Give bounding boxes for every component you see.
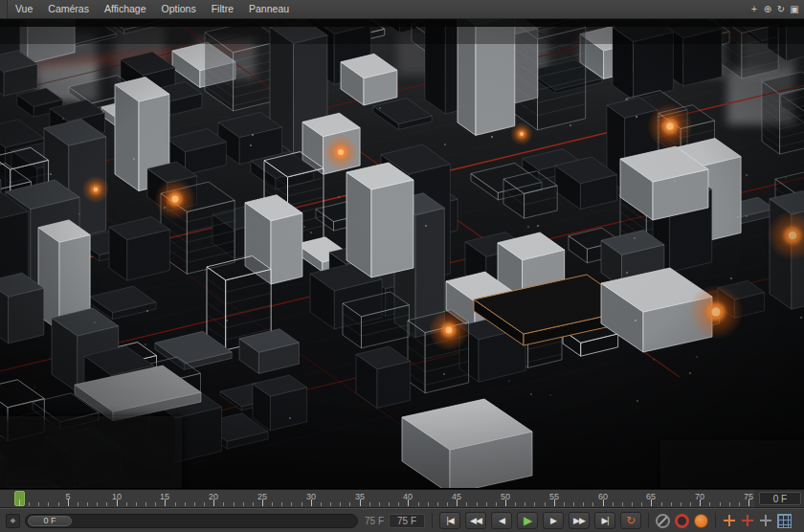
prev-key-button[interactable]: ◀◀ (465, 512, 486, 529)
tick-label: 10 (112, 492, 122, 501)
animation-toolbar: ◆ 0 F 75 F 75 F |◀ ◀◀ ◀ ▶ ▶ ▶▶ ▶| ↻ (0, 508, 804, 532)
timeline-powerslider[interactable]: 0 F (25, 514, 358, 528)
rotate-view-icon[interactable]: ↻ (774, 0, 788, 18)
tick-label: 65 (646, 492, 656, 501)
menu-item-cameras[interactable]: Caméras (40, 0, 97, 18)
city-wireframe-render (0, 19, 804, 489)
loop-button[interactable]: ↻ (620, 512, 641, 529)
menu-item-affichage[interactable]: Affichage (97, 0, 154, 18)
tick-label: 75 (744, 492, 753, 501)
menu-item-filtre[interactable]: Filtre (204, 0, 241, 18)
tick-label: 20 (209, 492, 218, 501)
keyframe-selection-button[interactable] (656, 514, 670, 528)
timeline-ruler[interactable]: 0 5 10 15 20 25 30 35 40 45 50 55 60 65 … (0, 490, 754, 507)
divider (648, 513, 649, 528)
goto-end-button[interactable]: ▶| (594, 512, 615, 529)
autokey-button[interactable] (694, 514, 708, 528)
timeline-bar: 0 5 10 15 20 25 30 35 40 45 50 55 60 65 … (0, 489, 804, 508)
tick-label: 30 (306, 492, 316, 501)
menu-item-options[interactable]: Options (154, 0, 204, 18)
next-frame-button[interactable]: ▶ (543, 512, 564, 529)
record-scale-toggle[interactable] (759, 514, 772, 527)
tick-label: 40 (403, 492, 413, 501)
divider (715, 513, 716, 528)
tick-label: 25 (257, 492, 267, 501)
viewport-3d[interactable] (0, 19, 804, 489)
frame-number-field[interactable]: 0 F (759, 492, 801, 505)
divider (432, 513, 433, 528)
menu-item-panneau[interactable]: Panneau (241, 0, 297, 18)
viewport-menu-bar: Vue Caméras Affichage Options Filtre Pan… (0, 0, 804, 19)
tick-label: 35 (355, 492, 365, 501)
tick-label: 50 (501, 492, 510, 501)
pan-view-icon[interactable]: + (748, 0, 761, 18)
timeline-playhead[interactable] (14, 491, 25, 506)
tick-label: 5 (65, 492, 70, 501)
play-button[interactable]: ▶ (517, 512, 538, 529)
menu-item-vue[interactable]: Vue (8, 0, 40, 18)
tick-label: 60 (598, 492, 608, 501)
timeline-options-button[interactable]: ◆ (6, 514, 20, 528)
zoom-view-icon[interactable]: ⊕ (761, 0, 774, 18)
cinema4d-window: Vue Caméras Affichage Options Filtre Pan… (0, 0, 804, 532)
record-button[interactable] (675, 514, 689, 528)
current-frame-thumb[interactable]: 0 F (28, 516, 72, 526)
tick-label: 15 (160, 492, 169, 501)
tick-label: 45 (452, 492, 461, 501)
record-position-toggle[interactable] (723, 514, 736, 527)
toggle-view-icon[interactable]: ▣ (788, 0, 801, 18)
tick-label: 55 (549, 492, 559, 501)
key-icon: ◆ (11, 517, 15, 524)
goto-start-button[interactable]: |◀ (439, 512, 460, 529)
panel-grip[interactable] (0, 0, 8, 18)
end-frame-field[interactable]: 75 F (389, 514, 425, 528)
tick-label: 70 (695, 492, 704, 501)
next-key-button[interactable]: ▶▶ (569, 512, 590, 529)
end-frame-label: 75 F (365, 516, 384, 526)
record-rotation-toggle[interactable] (741, 514, 754, 527)
keyframe-table-button[interactable] (777, 514, 792, 528)
prev-frame-button[interactable]: ◀ (491, 512, 512, 529)
